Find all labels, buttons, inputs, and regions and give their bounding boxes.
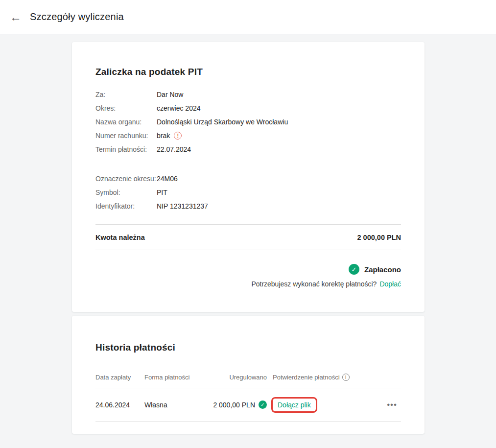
cell-settled-amount-text: 2 000,00 PLN: [213, 401, 255, 409]
back-button[interactable]: ←: [8, 9, 24, 25]
check-circle-icon: ✓: [259, 401, 267, 409]
payment-status: ✓ Zapłacono: [95, 262, 401, 276]
field-row-identyfikator: Identyfikator: NIP 1231231237: [95, 199, 401, 213]
amount-due-row: Kwota należna 2 000,00 PLN: [95, 225, 401, 250]
table-row: 24.06.2024 Własna 2 000,00 PLN ✓ Dołącz …: [95, 388, 401, 422]
field-label: Za:: [95, 91, 157, 98]
summary-card-title: Zaliczka na podatek PIT: [95, 66, 401, 78]
summary-card: Zaliczka na podatek PIT Za: Dar Now Okre…: [72, 42, 425, 312]
cell-row-menu: •••: [378, 400, 401, 410]
cell-confirmation: Dołącz plik: [273, 397, 378, 413]
history-table-header: Data zapłaty Forma płatności Uregulowano…: [95, 363, 401, 388]
field-value: Dar Now: [157, 91, 183, 98]
field-value-text: brak: [157, 132, 170, 140]
page-title: Szczegóły wyliczenia: [30, 11, 124, 23]
field-value: czerwiec 2024: [157, 104, 201, 112]
field-row-za: Za: Dar Now: [95, 88, 401, 101]
ellipsis-icon: •••: [387, 400, 397, 409]
arrow-left-icon: ←: [10, 9, 22, 25]
field-label: Oznaczenie okresu:: [95, 175, 157, 183]
history-card-title: Historia płatności: [95, 341, 401, 354]
attach-file-link[interactable]: Dołącz plik: [278, 401, 311, 409]
field-row-oznaczenie-okresu: Oznaczenie okresu: 24M06: [95, 172, 401, 186]
check-glyph: ✓: [260, 402, 264, 407]
field-value: PIT: [157, 189, 167, 196]
info-icon[interactable]: i: [342, 374, 350, 381]
field-value: Dolnośląski Urząd Skarbowy we Wrocławiu: [157, 118, 288, 126]
field-label: Numer rachunku:: [95, 132, 157, 140]
field-label: Identyfikator:: [95, 202, 157, 210]
summary-meta-fields: Oznaczenie okresu: 24M06 Symbol: PIT Ide…: [95, 172, 401, 213]
field-value: 22.07.2024: [157, 145, 191, 153]
amount-due-label: Kwota należna: [95, 234, 145, 241]
field-row-termin-platnosci: Termin płatności: 22.07.2024: [95, 142, 401, 156]
cell-payment-form: Własna: [144, 401, 213, 409]
correction-question: Potrzebujesz wykonać korektę płatności?: [251, 280, 377, 288]
warning-icon: !: [174, 132, 182, 140]
field-value: brak !: [157, 132, 182, 140]
page: ← Szczegóły wyliczenia Zaliczka na podat…: [0, 0, 496, 448]
column-header-date: Data zapłaty: [95, 374, 144, 381]
amount-due-value: 2 000,00 PLN: [357, 234, 401, 241]
field-value: NIP 1231231237: [157, 202, 208, 210]
field-value: 24M06: [157, 175, 178, 183]
top-bar: ← Szczegóły wyliczenia: [0, 0, 496, 34]
payment-status-label: Zapłacono: [364, 265, 401, 274]
info-glyph: i: [345, 375, 346, 380]
field-row-numer-rachunku: Numer rachunku: brak !: [95, 129, 401, 142]
row-menu-button[interactable]: •••: [387, 400, 397, 410]
field-label: Termin płatności:: [95, 145, 157, 153]
warning-glyph: !: [177, 133, 179, 139]
summary-fields: Za: Dar Now Okres: czerwiec 2024 Nazwa o…: [95, 88, 401, 156]
cell-payment-date: 24.06.2024: [95, 401, 144, 409]
payment-history-card: Historia płatności Data zapłaty Forma pł…: [72, 316, 425, 434]
pay-extra-link[interactable]: Dopłać: [379, 280, 401, 288]
cell-settled-amount: 2 000,00 PLN ✓: [213, 401, 267, 409]
column-header-confirmation-text: Potwierdzenie płatności: [273, 374, 340, 381]
field-label: Symbol:: [95, 189, 157, 196]
field-label: Okres:: [95, 104, 157, 112]
check-glyph: ✓: [352, 266, 357, 273]
annotation-highlight: Dołącz plik: [271, 397, 317, 413]
field-row-okres: Okres: czerwiec 2024: [95, 101, 401, 115]
field-label: Nazwa organu:: [95, 118, 157, 126]
field-row-symbol: Symbol: PIT: [95, 186, 401, 199]
field-row-nazwa-organu: Nazwa organu: Dolnośląski Urząd Skarbowy…: [95, 115, 401, 129]
check-circle-icon: ✓: [349, 264, 359, 275]
column-header-form: Forma płatności: [144, 374, 213, 381]
column-header-confirmation: Potwierdzenie płatności i: [273, 374, 378, 381]
correction-row: Potrzebujesz wykonać korektę płatności? …: [95, 277, 401, 291]
column-header-settled: Uregulowano: [213, 374, 267, 381]
